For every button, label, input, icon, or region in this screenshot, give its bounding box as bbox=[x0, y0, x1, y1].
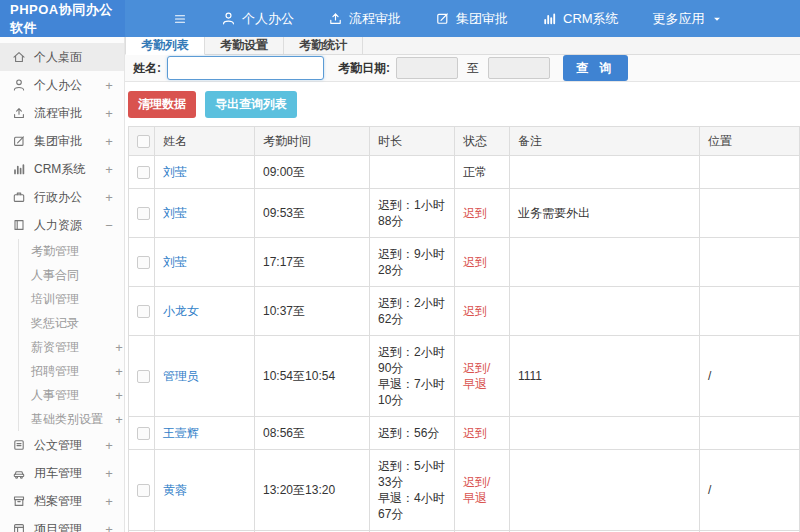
table-header-row: 姓名考勤时间时长状态备注位置 bbox=[129, 127, 800, 156]
sidebar-subitem-4[interactable]: 奖惩记录 bbox=[19, 311, 124, 335]
expand-plus-icon[interactable]: + bbox=[104, 134, 114, 149]
to-label: 至 bbox=[467, 60, 479, 77]
name-input[interactable] bbox=[167, 56, 324, 80]
search-button[interactable]: 查 询 bbox=[563, 55, 628, 81]
sidebar-subitem-label: 薪资管理 bbox=[31, 339, 114, 356]
sidebar-subitem-8[interactable]: 基础类别设置+ bbox=[19, 407, 124, 431]
expand-plus-icon[interactable]: + bbox=[104, 522, 114, 532]
sidebar-item-3[interactable]: 流程审批+ bbox=[0, 99, 124, 127]
expand-plus-icon[interactable]: + bbox=[104, 162, 114, 177]
sidebar-item-10[interactable]: 档案管理+ bbox=[0, 487, 124, 515]
sidebar-item-2[interactable]: 个人办公+ bbox=[0, 71, 124, 99]
topnav-item-4[interactable]: CRM系统 bbox=[542, 10, 619, 28]
expand-plus-icon[interactable]: + bbox=[104, 78, 114, 93]
remark-text bbox=[510, 450, 700, 531]
expand-plus-icon[interactable]: + bbox=[104, 438, 114, 453]
sidebar-subitem-1[interactable]: 考勤管理 bbox=[19, 239, 124, 263]
user-icon bbox=[221, 11, 236, 26]
date-from-input[interactable] bbox=[396, 57, 458, 79]
sidebar-item-1[interactable]: 个人桌面 bbox=[0, 43, 124, 71]
tab-1[interactable]: 考勤列表 bbox=[125, 37, 205, 55]
topnav-item-label: CRM系统 bbox=[563, 10, 619, 28]
attendance-time: 08:56至 bbox=[255, 417, 370, 450]
topnav-item-2[interactable]: 流程审批 bbox=[328, 10, 401, 28]
employee-name-link[interactable]: 管理员 bbox=[163, 369, 199, 383]
sidebar-subitem-label: 培训管理 bbox=[31, 291, 114, 308]
expand-plus-icon[interactable]: + bbox=[104, 466, 114, 481]
row-checkbox[interactable] bbox=[137, 207, 150, 220]
row-checkbox[interactable] bbox=[137, 256, 150, 269]
sidebar-subitem-5[interactable]: 薪资管理+ bbox=[19, 335, 124, 359]
sidebar-subitem-6[interactable]: 招聘管理+ bbox=[19, 359, 124, 383]
expand-plus-icon[interactable]: + bbox=[114, 364, 124, 379]
archive-icon bbox=[12, 494, 26, 508]
employee-name-link[interactable]: 黄蓉 bbox=[163, 483, 187, 497]
attendance-time: 09:53至 bbox=[255, 189, 370, 238]
briefcase-icon bbox=[12, 190, 26, 204]
employee-name-link[interactable]: 王壹辉 bbox=[163, 426, 199, 440]
row-checkbox[interactable] bbox=[137, 484, 150, 497]
attendance-table: 姓名考勤时间时长状态备注位置 刘莹09:00至正常刘莹09:53至迟到：1小时8… bbox=[128, 126, 800, 532]
action-bar: 清理数据 导出查询列表 bbox=[125, 82, 800, 126]
column-header-1: 姓名 bbox=[155, 127, 255, 156]
expand-plus-icon[interactable]: + bbox=[114, 412, 124, 427]
menu-icon[interactable] bbox=[173, 12, 187, 26]
row-checkbox[interactable] bbox=[137, 427, 150, 440]
duration-text: 迟到：2小时90分早退：7小时10分 bbox=[370, 336, 455, 417]
book-icon bbox=[12, 218, 26, 232]
topnav-item-3[interactable]: 集团审批 bbox=[435, 10, 508, 28]
column-header-6: 位置 bbox=[700, 127, 800, 156]
flow-icon bbox=[328, 11, 343, 26]
status-text: 迟到 bbox=[455, 238, 510, 287]
date-to-input[interactable] bbox=[488, 57, 550, 79]
row-checkbox[interactable] bbox=[137, 305, 150, 318]
sidebar-item-6[interactable]: 行政办公+ bbox=[0, 183, 124, 211]
sidebar-subitem-3[interactable]: 培训管理 bbox=[19, 287, 124, 311]
sidebar-item-7[interactable]: 人力资源− bbox=[0, 211, 124, 239]
collapse-minus-icon[interactable]: − bbox=[104, 218, 114, 233]
employee-name-link[interactable]: 刘莹 bbox=[163, 255, 187, 269]
topnav-item-1[interactable]: 个人办公 bbox=[221, 10, 294, 28]
clean-data-button[interactable]: 清理数据 bbox=[128, 91, 196, 118]
select-all-checkbox[interactable] bbox=[137, 135, 150, 148]
row-checkbox[interactable] bbox=[137, 370, 150, 383]
employee-name-link[interactable]: 小龙女 bbox=[163, 304, 199, 318]
sidebar-subitem-label: 招聘管理 bbox=[31, 363, 114, 380]
tab-2[interactable]: 考勤设置 bbox=[205, 37, 284, 54]
table-row: 小龙女10:37至迟到：2小时62分迟到 bbox=[129, 287, 800, 336]
duration-text: 迟到：56分 bbox=[370, 417, 455, 450]
row-checkbox[interactable] bbox=[137, 166, 150, 179]
expand-plus-icon[interactable]: + bbox=[104, 190, 114, 205]
attendance-time: 10:54至10:54 bbox=[255, 336, 370, 417]
duration-text: 迟到：1小时88分 bbox=[370, 189, 455, 238]
column-header-2: 考勤时间 bbox=[255, 127, 370, 156]
sidebar-subitem-label: 奖惩记录 bbox=[31, 315, 114, 332]
topnav-item-label: 流程审批 bbox=[349, 10, 401, 28]
expand-plus-icon[interactable]: + bbox=[104, 494, 114, 509]
expand-plus-icon[interactable]: + bbox=[114, 340, 124, 355]
sidebar-item-label: 用车管理 bbox=[34, 465, 104, 482]
sidebar-item-label: 公文管理 bbox=[34, 437, 104, 454]
sidebar-item-label: 行政办公 bbox=[34, 189, 104, 206]
sidebar-subitem-2[interactable]: 人事合同 bbox=[19, 263, 124, 287]
sidebar-item-4[interactable]: 集团审批+ bbox=[0, 127, 124, 155]
column-header-4: 状态 bbox=[455, 127, 510, 156]
topnav-item-5[interactable]: 更多应用 bbox=[653, 10, 723, 28]
duration-text: 迟到：9小时28分 bbox=[370, 238, 455, 287]
top-bar: PHPOA协同办公软件 个人办公流程审批集团审批CRM系统更多应用 bbox=[0, 0, 800, 37]
export-list-button[interactable]: 导出查询列表 bbox=[205, 91, 297, 118]
expand-plus-icon[interactable]: + bbox=[114, 388, 124, 403]
sidebar-item-9[interactable]: 用车管理+ bbox=[0, 459, 124, 487]
duration-text: 迟到：5小时33分早退：4小时67分 bbox=[370, 450, 455, 531]
sidebar-subitem-label: 考勤管理 bbox=[31, 243, 114, 260]
sidebar-item-11[interactable]: 项目管理+ bbox=[0, 515, 124, 532]
table-row: 刘莹17:17至迟到：9小时28分迟到 bbox=[129, 238, 800, 287]
employee-name-link[interactable]: 刘莹 bbox=[163, 165, 187, 179]
employee-name-link[interactable]: 刘莹 bbox=[163, 206, 187, 220]
expand-plus-icon[interactable]: + bbox=[104, 106, 114, 121]
sidebar-item-label: 人力资源 bbox=[34, 217, 104, 234]
sidebar-item-8[interactable]: 公文管理+ bbox=[0, 431, 124, 459]
sidebar-item-5[interactable]: CRM系统+ bbox=[0, 155, 124, 183]
tab-3[interactable]: 考勤统计 bbox=[284, 37, 363, 54]
sidebar-subitem-7[interactable]: 人事管理+ bbox=[19, 383, 124, 407]
